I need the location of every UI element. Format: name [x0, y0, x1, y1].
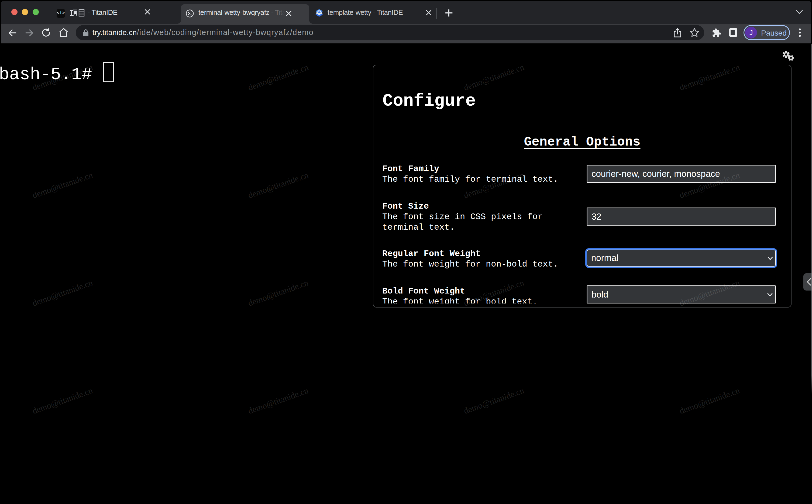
svg-text:</>: </>	[317, 9, 321, 13]
